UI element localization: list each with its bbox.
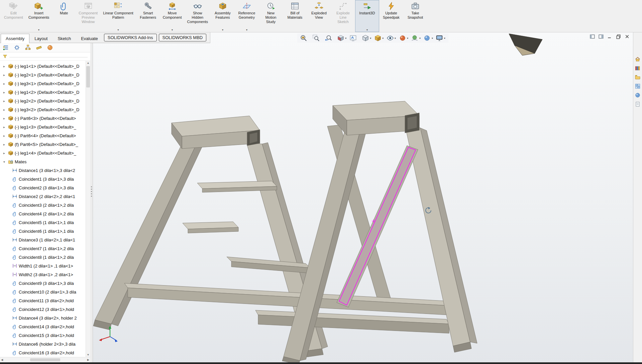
toolbar-button-edit-component[interactable]: Edit Component ▼ bbox=[1, 0, 26, 32]
dropdown-caret-icon[interactable]: ▼ bbox=[443, 37, 446, 39]
tree-component-10[interactable]: ▸ (-) leg1<4> (Default<<Default>_ bbox=[0, 149, 86, 157]
tree-mate-20[interactable]: Distance6 (holder 2<3>,3 dila bbox=[0, 340, 86, 348]
toolbar-button-instant3d[interactable]: Instant3D ▼ bbox=[355, 0, 379, 32]
toolbar-button-new-motion-study[interactable]: New Motion Study ▼ bbox=[259, 0, 283, 32]
view-tool-apply-scene[interactable]: ▼ bbox=[410, 34, 422, 42]
toolbar-button-component-preview-window[interactable]: Component Preview Window ▼ bbox=[76, 0, 100, 32]
toolbar-button-move-component[interactable]: Move Component ▼ bbox=[160, 0, 185, 32]
tree-mate-13[interactable]: Coincident9 (3 dila<1>,3 dila bbox=[0, 279, 86, 288]
tree-mate-6[interactable]: Coincident5 (1 dila<1>,1 dila bbox=[0, 218, 86, 227]
view-tool-zoom-to-area[interactable]: ▼ bbox=[312, 34, 323, 42]
tree-component-2[interactable]: ▸ (-) leg3<1> (Default<<Default>_D bbox=[0, 79, 86, 88]
view-tool-view-orientation[interactable]: ▼ bbox=[361, 34, 372, 42]
toolbar-button-mate[interactable]: Mate ▼ bbox=[52, 0, 76, 32]
expand-arrow-icon[interactable]: ▸ bbox=[3, 143, 7, 146]
tree-component-5[interactable]: ▸ (-) leg3<2> (Default<<Default>_D bbox=[0, 105, 86, 114]
tree-mate-16[interactable]: Coincident12 (3 dila<1>,hold bbox=[0, 305, 86, 314]
expand-arrow-icon[interactable]: ▸ bbox=[3, 99, 7, 103]
toolbar-button-exploded-view[interactable]: Exploded View ▼ bbox=[307, 0, 331, 32]
view-tool-screen-options[interactable]: ▼ bbox=[435, 34, 446, 42]
taskpane-tab-home[interactable] bbox=[635, 56, 641, 62]
tab-assembly[interactable]: Assembly bbox=[1, 34, 29, 43]
toolbar-button-reference-geometry[interactable]: Reference Geometry ▼ bbox=[235, 0, 259, 32]
scroll-down-icon[interactable]: ▼ bbox=[87, 353, 90, 356]
panel-tab-displaymanager[interactable] bbox=[47, 44, 53, 51]
filter-funnel-icon[interactable] bbox=[3, 54, 7, 59]
viewport-canvas[interactable] bbox=[93, 32, 633, 364]
tree-mate-4[interactable]: Coincident3 (2 dila<1>,2 dila bbox=[0, 201, 86, 209]
tree-component-6[interactable]: ▸ (-) Part6<3> (Default<<Default> bbox=[0, 114, 86, 123]
expand-arrow-icon[interactable]: ▸ bbox=[3, 90, 7, 94]
tab-evaluate[interactable]: Evaluate bbox=[76, 34, 103, 43]
scroll-up-icon[interactable]: ▲ bbox=[87, 61, 90, 64]
tree-mate-14[interactable]: Coincident10 (2 dila<1>,3 dila bbox=[0, 288, 86, 296]
tree-filter-input[interactable] bbox=[9, 56, 88, 57]
taskpane-tab-appearances-scenes[interactable] bbox=[635, 92, 641, 98]
tree-mate-1[interactable]: Coincident1 (3 dila<1>,3 dila bbox=[0, 175, 86, 183]
dropdown-caret-icon[interactable]: ▼ bbox=[221, 28, 224, 31]
dropdown-caret-icon[interactable]: ▼ bbox=[431, 37, 433, 39]
tree-mate-17[interactable]: Distance4 (3 dila<2>, holder 2 bbox=[0, 314, 86, 322]
dropdown-caret-icon[interactable]: ▼ bbox=[38, 28, 40, 31]
tree-mate-12[interactable]: Width2 (3 dila<1> ,2 dila<1> bbox=[0, 270, 86, 279]
tree-vertical-scrollbar[interactable]: ▲ ▼ bbox=[86, 61, 90, 357]
tree-mate-10[interactable]: Coincident8 (1 dila<1>,2 dila bbox=[0, 253, 86, 261]
dropdown-caret-icon[interactable]: ▼ bbox=[171, 28, 174, 31]
taskpane-tab-custom-properties[interactable] bbox=[635, 101, 641, 107]
expand-arrow-icon[interactable]: ▸ bbox=[3, 151, 7, 155]
tab-sketch[interactable]: Sketch bbox=[52, 34, 76, 43]
graphics-viewport[interactable]: ▼ ▼ ▼ ▼ ▼ bbox=[93, 32, 633, 364]
splitter-grip[interactable] bbox=[91, 186, 92, 198]
window-control-minimize[interactable] bbox=[607, 34, 613, 41]
tab-solidworks-mbd[interactable]: SOLIDWORKS MBD bbox=[159, 34, 207, 41]
tree-mate-3[interactable]: Distance2 (2 dila<2>,2 dila<1 bbox=[0, 192, 86, 201]
expand-arrow-icon[interactable]: ▸ bbox=[3, 82, 7, 85]
panel-tab-configurationmanager[interactable] bbox=[25, 44, 31, 51]
collapse-arrow-icon[interactable]: ▾ bbox=[3, 160, 7, 164]
dropdown-caret-icon[interactable]: ▼ bbox=[407, 37, 409, 39]
toolbar-button-bill-of-materials[interactable]: Bill of Materials ▼ bbox=[283, 0, 307, 32]
tree-mate-8[interactable]: Distance3 (1 dila<2>,1 dila<1 bbox=[0, 235, 86, 244]
window-control-toggle-layout[interactable] bbox=[598, 34, 604, 41]
tree-mate-9[interactable]: Coincident7 (1 dila<1>,2 dila bbox=[0, 244, 86, 253]
tree-component-8[interactable]: ▸ (-) Part6<4> (Default<<Default> bbox=[0, 131, 86, 140]
scroll-left-icon[interactable]: ◀ bbox=[1, 358, 3, 361]
scrollbar-thumb[interactable] bbox=[86, 66, 90, 87]
expand-arrow-icon[interactable]: ▸ bbox=[3, 125, 7, 129]
expand-arrow-icon[interactable]: ▸ bbox=[3, 108, 7, 112]
view-tool-view-settings[interactable]: ▼ bbox=[423, 34, 434, 42]
dropdown-caret-icon[interactable]: ▼ bbox=[419, 37, 421, 39]
toolbar-button-take-snapshot[interactable]: Take Snapshot ▼ bbox=[403, 0, 427, 32]
dropdown-caret-icon[interactable]: ▼ bbox=[394, 37, 397, 39]
expand-arrow-icon[interactable]: ▸ bbox=[3, 117, 7, 120]
toolbar-button-assembly-features[interactable]: Assembly Features ▼ bbox=[211, 0, 235, 32]
expand-arrow-icon[interactable]: ▸ bbox=[3, 73, 7, 77]
model-fragment-top-right[interactable] bbox=[509, 34, 542, 55]
toolbar-button-show-hidden-components[interactable]: Show Hidden Components ▼ bbox=[185, 0, 211, 32]
tree-component-0[interactable]: ▸ (-) leg1<1> (Default<<Default>_D bbox=[0, 62, 86, 70]
view-tool-display-style[interactable]: ▼ bbox=[373, 34, 385, 42]
tree-component-9[interactable]: ▸ (f) Part6<5> (Default<<Default>_ bbox=[0, 140, 86, 149]
tree-mate-21[interactable]: Coincident16 (3 dila<2>,hold bbox=[0, 348, 86, 357]
view-tool-annotation-views[interactable]: ▼ bbox=[349, 34, 360, 42]
taskpane-tab-file-explorer[interactable] bbox=[635, 74, 641, 80]
tree-mate-19[interactable]: Coincident15 (3 dila<1>,hold bbox=[0, 331, 86, 340]
window-control-show-panes[interactable] bbox=[590, 34, 595, 41]
view-tool-edit-appearance[interactable]: ▼ bbox=[398, 34, 410, 42]
panel-tab-propertymanager[interactable] bbox=[14, 44, 20, 51]
tree-component-3[interactable]: ▸ (-) leg1<2> (Default<<Default>_D bbox=[0, 88, 86, 97]
tree-component-7[interactable]: ▸ (-) leg1<3> (Default<<Default>_ bbox=[0, 123, 86, 131]
tree-mates-folder[interactable]: ▾ Mates bbox=[0, 157, 86, 166]
tree-mate-0[interactable]: Distance1 (3 dila<1>,3 dila<2 bbox=[0, 166, 86, 175]
dropdown-caret-icon[interactable]: ▼ bbox=[369, 37, 372, 39]
view-tool-section-view[interactable]: ▼ bbox=[336, 34, 348, 42]
tab-layout[interactable]: Layout bbox=[29, 34, 52, 43]
tree-mate-11[interactable]: Width1 (2 dila<1> ,1 dila<1> bbox=[0, 261, 86, 270]
dropdown-caret-icon[interactable]: ▼ bbox=[245, 28, 248, 31]
tab-solidworks-add-ins[interactable]: SOLIDWORKS Add-Ins bbox=[104, 34, 157, 41]
toolbar-button-insert-components[interactable]: Insert Components ▼ bbox=[26, 0, 52, 32]
tree-mate-2[interactable]: Coincident2 (3 dila<1>,3 dila bbox=[0, 183, 86, 192]
view-tool-zoom-to-fit[interactable]: ▼ bbox=[299, 34, 311, 42]
toolbar-button-explode-line-sketch[interactable]: Explode Line Sketch ▼ bbox=[331, 0, 355, 32]
taskpane-tab-design-library[interactable] bbox=[635, 65, 641, 71]
